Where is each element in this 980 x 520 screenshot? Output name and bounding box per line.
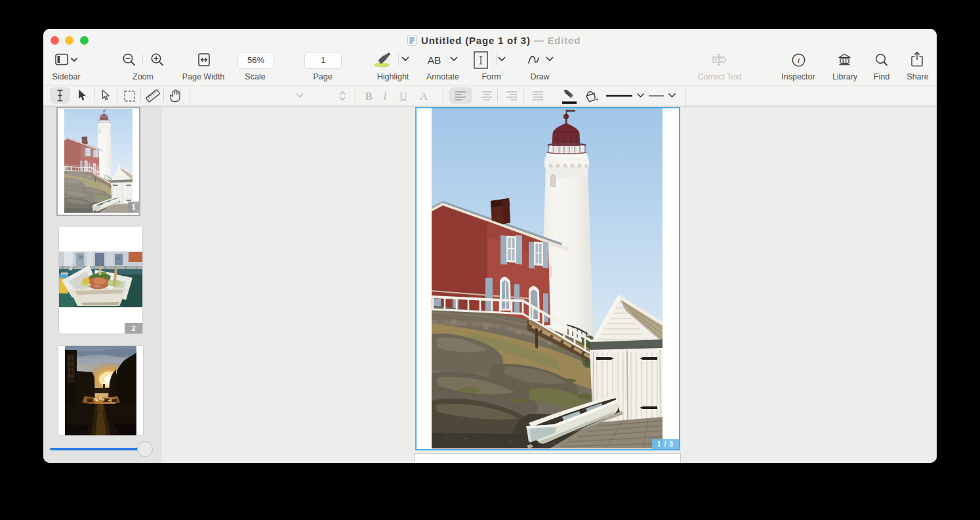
svg-text:i: i [798,55,800,65]
